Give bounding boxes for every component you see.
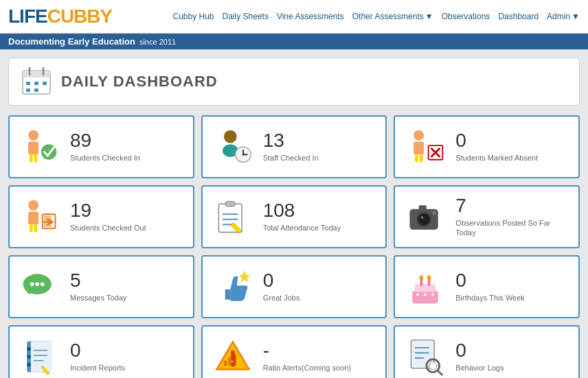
svg-point-64 (27, 347, 31, 351)
card-great-jobs[interactable]: 0 Great Jobs (201, 255, 387, 318)
svg-point-61 (432, 293, 435, 296)
card-label-students-absent: Students Marked Absent (455, 153, 538, 163)
nav-observations[interactable]: Observations (442, 12, 490, 21)
card-number-ratio-alerts: - (263, 341, 351, 360)
svg-rect-8 (34, 88, 38, 92)
card-staff-checked-in[interactable]: 13 Staff Checked In (201, 115, 387, 178)
svg-marker-52 (239, 272, 249, 282)
card-number-students-checked-in: 89 (70, 131, 140, 150)
card-label-birthdays-week: Birthdays This Week (455, 293, 524, 303)
card-grid: 89 Students Checked In 13 (8, 115, 580, 378)
svg-rect-4 (26, 82, 30, 85)
svg-rect-75 (224, 361, 227, 366)
svg-point-65 (27, 355, 31, 359)
card-label-messages-today: Messages Today (70, 293, 126, 303)
nav-admin[interactable]: Admin ▼ (547, 12, 580, 21)
svg-point-59 (416, 293, 419, 296)
card-label-great-jobs: Great Jobs (263, 293, 300, 303)
card-behavior-logs[interactable]: 0 Behavior Logs (394, 325, 580, 378)
svg-rect-6 (43, 82, 47, 85)
nav-vine-assessments[interactable]: Vine Assessments (277, 12, 344, 21)
svg-rect-45 (419, 205, 427, 211)
svg-point-60 (424, 293, 427, 296)
svg-rect-35 (225, 202, 235, 207)
card-info-total-attendance: 108 Total Attendance Today (263, 201, 341, 233)
dashboard: DAILY DASHBOARD 89 Students Checked (0, 49, 588, 378)
svg-line-84 (438, 370, 442, 375)
nav-dashboard[interactable]: Dashboard (498, 12, 539, 21)
dashboard-heading: DAILY DASHBOARD (61, 73, 218, 91)
svg-point-66 (27, 362, 31, 366)
card-ratio-alerts[interactable]: - Ratio Alerts(Coming soon) (201, 325, 387, 378)
svg-point-58 (427, 275, 431, 281)
card-label-students-checked-out: Students Checked Out (70, 223, 146, 233)
logo[interactable]: LIFECUBBY (8, 5, 112, 27)
svg-rect-12 (34, 154, 38, 162)
nav-cubby-hub[interactable]: Cubby Hub (172, 12, 214, 21)
card-messages-today[interactable]: 5 Messages Today (8, 255, 194, 318)
card-icon-ratio-alerts (211, 335, 255, 378)
card-number-incident-reports: 0 (70, 341, 125, 360)
card-label-staff-checked-in: Staff Checked In (263, 153, 319, 163)
svg-rect-10 (28, 142, 38, 155)
calendar-icon (20, 65, 53, 98)
svg-point-20 (414, 130, 424, 141)
svg-point-14 (224, 130, 237, 143)
svg-rect-22 (415, 154, 418, 162)
card-info-students-absent: 0 Students Marked Absent (455, 131, 538, 163)
card-icon-students-checked-in (18, 125, 62, 169)
svg-rect-28 (28, 212, 38, 225)
card-number-staff-checked-in: 13 (263, 131, 319, 150)
dashboard-title-bar: DAILY DASHBOARD (8, 58, 580, 106)
card-info-staff-checked-in: 13 Staff Checked In (263, 131, 319, 163)
card-label-incident-reports: Incident Reports (70, 363, 125, 373)
svg-point-57 (420, 275, 424, 281)
card-info-messages-today: 5 Messages Today (70, 271, 126, 303)
card-label-total-attendance: Total Attendance Today (263, 223, 341, 233)
svg-rect-53 (413, 291, 439, 304)
card-number-students-checked-out: 19 (70, 201, 146, 220)
card-label-behavior-logs: Behavior Logs (455, 363, 504, 373)
nav-other-assessments[interactable]: Other Assessments ▼ (352, 12, 433, 21)
card-label-ratio-alerts: Ratio Alerts(Coming soon) (263, 363, 351, 373)
card-info-students-checked-in: 89 Students Checked In (70, 131, 140, 163)
card-number-behavior-logs: 0 (455, 341, 504, 360)
card-info-birthdays-week: 0 Birthdays This Week (455, 271, 524, 303)
svg-point-51 (41, 282, 45, 286)
card-icon-incident-reports (18, 335, 62, 378)
card-total-attendance[interactable]: 108 Total Attendance Today (201, 185, 387, 248)
svg-point-49 (30, 282, 34, 286)
svg-point-50 (35, 282, 39, 286)
card-icon-staff-checked-in (211, 125, 255, 169)
card-number-messages-today: 5 (70, 271, 126, 290)
card-number-observations-posted: 7 (455, 196, 570, 215)
card-info-incident-reports: 0 Incident Reports (70, 341, 125, 373)
svg-rect-1 (23, 71, 50, 78)
card-label-observations-posted: Observations Posted So Far Today (455, 218, 570, 238)
main-nav: Cubby Hub Daily Sheets Vine Assessments … (172, 12, 580, 21)
card-students-absent[interactable]: 0 Students Marked Absent (394, 115, 580, 178)
card-info-students-checked-out: 19 Students Checked Out (70, 201, 146, 233)
svg-point-9 (28, 130, 38, 141)
svg-point-46 (433, 211, 437, 215)
subheader-since: since 2011 (139, 38, 176, 46)
svg-rect-21 (414, 142, 424, 155)
card-incident-reports[interactable]: 0 Incident Reports (8, 325, 194, 378)
subheader: Documenting Early Education since 2011 (0, 34, 588, 49)
card-birthdays-week[interactable]: 0 Birthdays This Week (394, 255, 580, 318)
dropdown-arrow-icon-admin: ▼ (572, 12, 580, 21)
card-info-behavior-logs: 0 Behavior Logs (455, 341, 504, 373)
card-observations-posted[interactable]: 7 Observations Posted So Far Today (394, 185, 580, 248)
card-students-checked-out[interactable]: 19 Students Checked Out (8, 185, 194, 248)
card-number-great-jobs: 0 (263, 271, 300, 290)
logo-cubby: CUBBY (47, 5, 113, 27)
card-info-observations-posted: 7 Observations Posted So Far Today (455, 196, 570, 238)
dropdown-arrow-icon: ▼ (425, 12, 433, 21)
svg-rect-11 (30, 154, 33, 162)
nav-daily-sheets[interactable]: Daily Sheets (223, 12, 269, 21)
card-icon-observations-posted (403, 195, 447, 239)
svg-rect-30 (34, 224, 38, 232)
svg-rect-76 (228, 357, 231, 366)
card-label-students-checked-in: Students Checked In (70, 153, 140, 163)
card-students-checked-in[interactable]: 89 Students Checked In (8, 115, 194, 178)
